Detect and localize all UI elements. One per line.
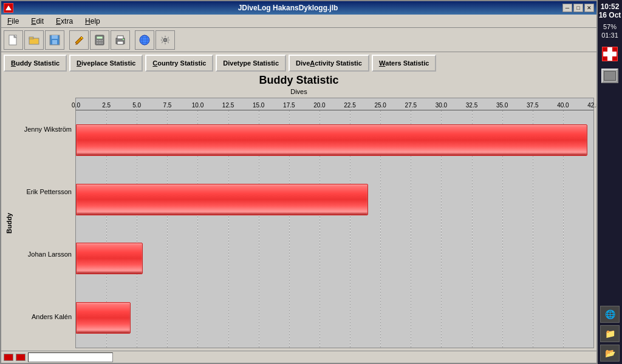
y-name-jenny: Jenny Wikström [15, 108, 72, 150]
x-tick-175: 17.5 [283, 102, 295, 109]
svg-rect-10 [97, 40, 98, 41]
tab-bar: Buddy Statistic Diveplace Statistic Coun… [1, 52, 596, 72]
bar-row-erik [76, 170, 593, 229]
x-tick-200: 20.0 [313, 102, 325, 109]
sidebar-icon-4[interactable]: 📁 [600, 325, 620, 342]
x-tick-25: 2.5 [102, 102, 111, 109]
minimize-button[interactable]: ─ [562, 4, 572, 12]
plot-area: 0.0 2.5 5.0 7.5 10.0 12.5 15.0 17.5 20.0… [75, 98, 594, 348]
svg-rect-11 [99, 40, 101, 41]
x-tick-425: 42.5 [587, 102, 596, 109]
edit-button[interactable] [69, 30, 89, 50]
time: 10:52 [601, 2, 620, 11]
settings-button[interactable] [156, 30, 175, 50]
battery-indicator: 57%01:31 [601, 22, 618, 40]
x-tick-275: 27.5 [405, 102, 417, 109]
status-input[interactable] [28, 352, 113, 362]
bar-johan [76, 243, 143, 274]
y-name-erik: Erik Pettersson [15, 170, 72, 213]
bar-jenny [76, 124, 587, 156]
save-button[interactable] [45, 30, 64, 50]
tab-buddy-statistic[interactable]: Buddy Statistic [4, 55, 67, 72]
open-button[interactable] [24, 30, 44, 50]
svg-point-25 [163, 38, 167, 42]
bars-container [76, 110, 593, 348]
bar-row-anders [76, 288, 593, 348]
main-window: JDiveLog HakansDyklogg.jlb ─ □ ✕ File Ed… [0, 0, 598, 364]
title-bar: JDiveLog HakansDyklogg.jlb ─ □ ✕ [1, 1, 596, 15]
tab-divetype-statistic[interactable]: Divetype Statistic [216, 55, 286, 72]
svg-rect-6 [52, 40, 57, 44]
x-tick-250: 25.0 [374, 102, 386, 109]
svg-rect-3 [29, 37, 33, 39]
x-tick-125: 12.5 [222, 102, 234, 109]
x-tick-0: 0.0 [72, 102, 80, 109]
x-tick-150: 15.0 [253, 102, 264, 109]
bar-row-johan [76, 229, 593, 289]
clock: 10:52 16 Oct [599, 2, 621, 20]
globe-button[interactable] [135, 30, 154, 50]
bar-row-jenny [76, 110, 593, 170]
status-bar [1, 351, 596, 363]
x-tick-50: 5.0 [132, 102, 141, 109]
toolbar-sep-2 [131, 30, 134, 50]
tab-diveplace-statistic[interactable]: Diveplace Statistic [69, 55, 143, 72]
bar-erik [76, 184, 368, 215]
svg-rect-18 [117, 41, 123, 44]
chart-subtitle: Dives [4, 88, 594, 95]
menu-extra[interactable]: Extra [52, 16, 77, 27]
y-axis-names: Jenny Wikström Erik Pettersson Johan Lar… [15, 98, 75, 348]
tab-waters-statistic[interactable]: Waters Statistic [372, 55, 437, 72]
status-indicator-2 [16, 354, 26, 361]
content-area: Buddy Statistic Dives Buddy Jenny Wikstr… [1, 72, 596, 351]
date: 16 Oct [599, 11, 621, 19]
svg-rect-19 [123, 39, 124, 40]
new-button[interactable] [4, 30, 23, 50]
y-name-anders: Anders Kalén [15, 295, 72, 338]
x-axis: 0.0 2.5 5.0 7.5 10.0 12.5 15.0 17.5 20.0… [76, 98, 593, 110]
status-indicator-1 [4, 354, 13, 361]
x-tick-225: 22.5 [344, 102, 355, 109]
maximize-button[interactable]: □ [573, 4, 583, 12]
tab-country-statistic[interactable]: Country Statistic [145, 55, 213, 72]
title-bar-left [4, 3, 13, 13]
svg-rect-14 [99, 42, 101, 44]
toolbar [1, 28, 596, 52]
tab-dive-activity-statistic[interactable]: Dive Activity Statistic [289, 55, 369, 72]
window-controls: ─ □ ✕ [562, 4, 594, 12]
x-tick-350: 35.0 [496, 102, 508, 109]
sidebar-icon-5[interactable]: 📂 [600, 345, 620, 362]
menu-file[interactable]: File [4, 16, 22, 27]
menu-bar: File Edit Extra Help [1, 15, 596, 28]
svg-rect-15 [101, 42, 103, 44]
svg-rect-5 [52, 35, 58, 39]
y-name-johan: Johan Larsson [15, 233, 72, 275]
sidebar-icon-1[interactable] [600, 44, 620, 64]
menu-help[interactable]: Help [81, 16, 104, 27]
calc-button[interactable] [90, 30, 109, 50]
app-icon [4, 3, 13, 13]
sidebar-icon-3[interactable]: 🌐 [600, 306, 620, 323]
x-tick-375: 37.5 [527, 102, 538, 109]
x-tick-325: 32.5 [466, 102, 477, 109]
x-tick-75: 7.5 [163, 102, 171, 109]
right-sidebar: 10:52 16 Oct 57%01:31 🌐 📁 📂 [598, 0, 622, 364]
chart-title: Buddy Statistic [4, 74, 594, 87]
chart-area: Buddy Jenny Wikström Erik Pettersson Joh… [4, 98, 594, 348]
toolbar-sep-1 [66, 30, 68, 50]
svg-rect-13 [97, 42, 98, 44]
svg-rect-12 [101, 40, 103, 41]
x-tick-300: 30.0 [436, 102, 447, 109]
window-title: JDiveLog HakansDyklogg.jlb [13, 4, 562, 12]
x-tick-100: 10.0 [192, 102, 203, 109]
close-button[interactable]: ✕ [584, 4, 594, 12]
menu-edit[interactable]: Edit [27, 16, 47, 27]
y-axis-label: Buddy [4, 98, 15, 348]
svg-rect-9 [97, 36, 103, 39]
x-tick-400: 40.0 [557, 102, 569, 109]
sidebar-icon-2[interactable] [600, 66, 620, 86]
svg-rect-17 [117, 36, 123, 39]
bar-anders [76, 302, 131, 334]
print-button[interactable] [111, 30, 130, 50]
